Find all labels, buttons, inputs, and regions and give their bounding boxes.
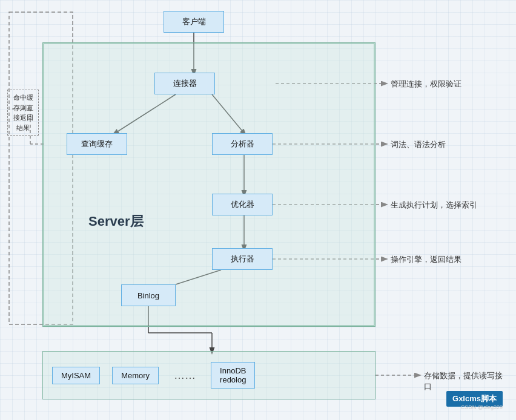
executor-label: 执行器	[231, 254, 254, 264]
connector-box: 连接器	[154, 73, 215, 94]
myisam-label: MyISAM	[61, 371, 91, 380]
optimizer-label: 优化器	[231, 199, 254, 210]
redolog-label: redolog	[220, 375, 246, 384]
memory-label: Memory	[121, 371, 150, 380]
binlog-label: Binlog	[137, 291, 159, 300]
watermark-sub: CSDN @oleg329	[461, 404, 503, 410]
server-layer-label: Server层	[88, 212, 144, 231]
query-cache-box: 查询缓存	[67, 133, 127, 155]
client-box: 客户端	[164, 11, 224, 33]
innodb-box: InnoDB redolog	[211, 362, 255, 389]
storage-layer-box: MyISAM Memory …… InnoDB redolog	[42, 351, 375, 399]
connector-right-label: 管理连接，权限验证	[391, 79, 461, 90]
query-cache-label: 查询缓存	[81, 139, 113, 149]
analyzer-box: 分析器	[212, 133, 273, 155]
left-cache-label: 命中缓存则直接返回结果	[7, 90, 39, 136]
innodb-label: InnoDB	[220, 366, 246, 375]
optimizer-right-label: 生成执行计划，选择索引	[391, 200, 477, 211]
storage-right-label: 存储数据，提供读写接口	[424, 370, 509, 392]
executor-right-label: 操作引擎，返回结果	[391, 254, 461, 265]
client-label: 客户端	[182, 16, 206, 27]
binlog-box: Binlog	[121, 284, 176, 306]
myisam-box: MyISAM	[52, 367, 100, 384]
analyzer-right-label: 词法、语法分析	[391, 139, 446, 150]
memory-box: Memory	[112, 367, 159, 384]
connector-label: 连接器	[173, 78, 197, 89]
diagram-container: 命中缓存则直接返回结果 客户端 Server层 连接器 查询缓存 分析器 优化器…	[6, 6, 509, 412]
optimizer-box: 优化器	[212, 194, 273, 215]
executor-box: 执行器	[212, 248, 273, 270]
dots-label: ……	[174, 369, 196, 382]
analyzer-label: 分析器	[231, 139, 254, 149]
